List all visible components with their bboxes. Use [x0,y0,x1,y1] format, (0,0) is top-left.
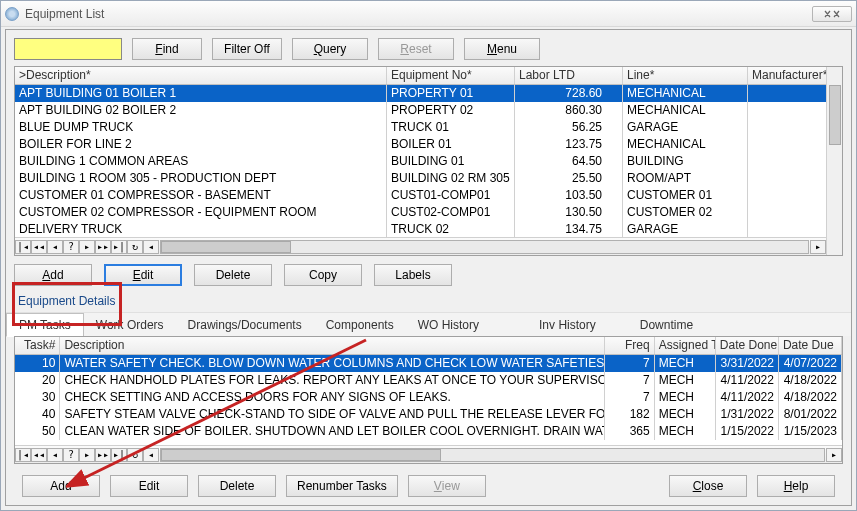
table-row[interactable]: BUILDING 1 ROOM 305 - PRODUCTION DEPTBUI… [15,170,842,187]
table-row[interactable]: 30CHECK SETTING AND ACCESS DOORS FOR ANY… [15,389,842,406]
col-date-due[interactable]: Date Due [779,337,842,354]
query-button[interactable]: Query [292,38,368,60]
view-task-button[interactable]: View [408,475,486,497]
titlebar: Equipment List [1,1,856,27]
hscroll-right-icon[interactable]: ▸ [810,240,826,254]
hscroll2-right-icon[interactable]: ▸ [826,448,842,462]
col-description[interactable]: >Description* [15,67,387,84]
filter-off-button[interactable]: Filter Off [212,38,282,60]
tab-wo-history[interactable]: WO History [406,314,491,336]
col-freq[interactable]: Freq [605,337,654,354]
nav2-pgup-icon[interactable]: ◂◂ [31,448,47,462]
table-row[interactable]: BLUE DUMP TRUCKTRUCK 0156.25GARAGE [15,119,842,136]
menu-button[interactable]: Menu [464,38,540,60]
col-labor-ltd[interactable]: Labor LTD [515,67,623,84]
close-icon[interactable] [812,6,852,22]
vscrollbar[interactable] [826,67,842,255]
search-input[interactable] [14,38,122,60]
tab-components[interactable]: Components [314,314,406,336]
search-toolbar: Find Filter Off Query Reset Menu [6,30,851,66]
table-row[interactable]: BOILER FOR LINE 2BOILER 01123.75MECHANIC… [15,136,842,153]
col-date-done[interactable]: Date Done [716,337,779,354]
nav-pgdn-icon[interactable]: ▸▸ [95,240,111,254]
window-title: Equipment List [25,7,812,21]
add-button[interactable]: Add [14,264,92,286]
nav-pgup-icon[interactable]: ◂◂ [31,240,47,254]
equipment-grid[interactable]: >Description* Equipment No* Labor LTD Li… [14,66,843,256]
tab-downtime[interactable]: Downtime [628,314,705,336]
nav2-refresh-icon[interactable]: ↻ [127,448,143,462]
nav2-last-icon[interactable]: ▸| [111,448,127,462]
grid-header[interactable]: >Description* Equipment No* Labor LTD Li… [15,67,842,85]
nav-first-icon[interactable]: |◂ [15,240,31,254]
nav-prev-icon[interactable]: ◂ [47,240,63,254]
table-row[interactable]: DELIVERY TRUCKTRUCK 02134.75GARAGE [15,221,842,238]
table-row[interactable]: 10WATER SAFETY CHECK. BLOW DOWN WATER CO… [15,355,842,372]
copy-button[interactable]: Copy [284,264,362,286]
hscroll-left-icon[interactable]: ◂ [143,240,159,254]
gear-icon [5,7,19,21]
nav-next-icon[interactable]: ▸ [79,240,95,254]
col-line[interactable]: Line* [623,67,748,84]
hscrollbar[interactable] [160,240,809,254]
nav-refresh-icon[interactable]: ↻ [127,240,143,254]
tab-inv-history[interactable]: Inv History [527,314,608,336]
table-row[interactable]: CUSTOMER 01 COMPRESSOR - BASEMENTCUST01-… [15,187,842,204]
pm-tasks-grid[interactable]: Task# Description Freq Assigned T Date D… [14,336,843,464]
col-manufacturer[interactable]: Manufacturer* [748,67,838,84]
nav2-next-icon[interactable]: ▸ [79,448,95,462]
find-button[interactable]: Find [132,38,202,60]
tab-pm-tasks[interactable]: PM Tasks [6,313,84,337]
table-row[interactable]: 40SAFETY STEAM VALVE CHECK-STAND TO SIDE… [15,406,842,423]
col-task-no[interactable]: Task# [15,337,60,354]
nav2-pgdn-icon[interactable]: ▸▸ [95,448,111,462]
table-row[interactable]: 50CLEAN WATER SIDE OF BOILER. SHUTDOWN A… [15,423,842,440]
col-assigned[interactable]: Assigned T [655,337,716,354]
close-button[interactable]: Close [669,475,747,497]
hscrollbar2[interactable] [160,448,825,462]
tab-work-orders[interactable]: Work Orders [84,314,176,336]
nav-last-icon[interactable]: ▸| [111,240,127,254]
renumber-tasks-button[interactable]: Renumber Tasks [286,475,398,497]
labels-button[interactable]: Labels [374,264,452,286]
table-row[interactable]: BUILDING 1 COMMON AREASBUILDING 0164.50B… [15,153,842,170]
grid2-nav[interactable]: |◂ ◂◂ ◂ ? ▸ ▸▸ ▸| ↻ ◂ ▸ [15,445,842,463]
table-row[interactable]: APT BUILDING 02 BOILER 2PROPERTY 02860.3… [15,102,842,119]
nav2-help-icon[interactable]: ? [63,448,79,462]
nav2-prev-icon[interactable]: ◂ [47,448,63,462]
grid-nav[interactable]: |◂ ◂◂ ◂ ? ▸ ▸▸ ▸| ↻ ◂ ▸ [15,237,826,255]
delete-button[interactable]: Delete [194,264,272,286]
details-tabs: PM Tasks Work Orders Drawings/Documents … [6,312,851,336]
edit-button[interactable]: Edit [104,264,182,286]
edit-task-button[interactable]: Edit [110,475,188,497]
reset-button[interactable]: Reset [378,38,454,60]
hscroll2-left-icon[interactable]: ◂ [143,448,159,462]
delete-task-button[interactable]: Delete [198,475,276,497]
table-row[interactable]: CUSTOMER 02 COMPRESSOR - EQUIPMENT ROOMC… [15,204,842,221]
table-row[interactable]: APT BUILDING 01 BOILER 1PROPERTY 01728.6… [15,85,842,102]
nav-help-icon[interactable]: ? [63,240,79,254]
tab-drawings[interactable]: Drawings/Documents [176,314,314,336]
add-task-button[interactable]: Add [22,475,100,497]
equipment-details-header: Equipment Details [14,294,119,310]
help-button[interactable]: Help [757,475,835,497]
col-equipment-no[interactable]: Equipment No* [387,67,515,84]
table-row[interactable]: 20CHECK HANDHOLD PLATES FOR LEAKS. REPOR… [15,372,842,389]
col-task-desc[interactable]: Description [60,337,605,354]
nav2-first-icon[interactable]: |◂ [15,448,31,462]
